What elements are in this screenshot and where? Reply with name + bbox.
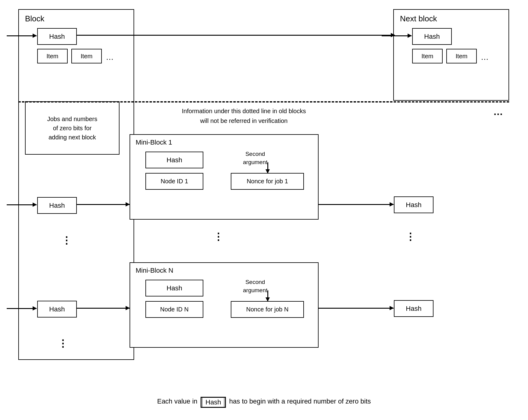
dots-left-bot: ⋮ (58, 339, 68, 348)
footer-text1: Each value in (157, 397, 197, 405)
dashed-line (18, 101, 509, 102)
nonce-n-box: Nonce for job N (231, 301, 304, 318)
hash-box-right-mid1: Hash (394, 196, 433, 213)
nonce-1-box: Nonce for job 1 (231, 173, 304, 190)
mini-block-1-label: Mini-Block 1 (136, 138, 172, 146)
hash-box-block-top: Hash (37, 28, 77, 45)
dots-right-top: … (493, 107, 503, 117)
hash-box-mbn: Hash (145, 280, 203, 296)
hash-box-block-mid: Hash (37, 197, 77, 214)
item-box-right-2: Item (446, 49, 477, 63)
info-text: Information under this dotted line in ol… (125, 106, 363, 126)
footer-hash-inner: Hash (202, 397, 224, 407)
jobs-text-box: Jobs and numbers of zero bits for adding… (25, 101, 120, 155)
arrow-to-mb1 (77, 204, 130, 205)
mini-block-n-label: Mini-Block N (136, 267, 173, 275)
item-box-2: Item (71, 49, 102, 63)
dots-center-mid: ⋮ (213, 232, 223, 242)
mini-block-1-container: Mini-Block 1 Hash Node ID 1 Nonce for jo… (130, 134, 319, 220)
dots-left-mid: ⋮ (62, 235, 71, 245)
item-box-right-1: Item (412, 49, 443, 63)
arrow-hash-mid-left (7, 204, 37, 205)
block-box-right: Next block Hash Item Item … (393, 9, 509, 101)
hash-box-block-bot: Hash (37, 301, 77, 318)
arrow-from-mbn-to-hash-right (318, 308, 394, 309)
footer-text2: has to begin with a required number of z… (229, 397, 371, 405)
arrow-from-mb1-to-hash-right (318, 204, 394, 205)
long-arrow-top (76, 35, 395, 36)
arrow-hash-bot-left (7, 308, 37, 309)
hash-box-right-bot: Hash (394, 300, 433, 317)
mini-block-n-container: Mini-Block N Hash Node ID N Nonce for jo… (130, 262, 319, 348)
arrow-down-nonce-1 (267, 162, 268, 173)
hash-box-right-top: Hash (412, 28, 452, 45)
block-box-left: Block Hash Item Item … Jobs and numbers … (18, 9, 134, 360)
node-id-1-box: Node ID 1 (145, 173, 203, 190)
node-id-n-box: Node ID N (145, 301, 203, 318)
arrow-to-mbn (77, 308, 130, 309)
ellipsis-top-left: … (106, 52, 114, 62)
footer-hash-outer: Hash (201, 397, 226, 408)
diagram: Block Hash Item Item … Jobs and numbers … (18, 9, 509, 400)
dots-right-mid: ⋮ (405, 232, 415, 242)
second-arg-n-label: Secondargument (243, 278, 267, 294)
next-block-label: Next block (400, 14, 437, 23)
footer: Each value in Hash has to begin with a r… (0, 397, 528, 408)
ellipsis-top-right: … (481, 52, 489, 62)
arrow-into-hash-left (7, 35, 37, 36)
second-arg-1-label: Secondargument (243, 150, 267, 166)
block-label: Block (25, 14, 45, 23)
hash-box-mb1: Hash (145, 152, 203, 168)
item-box-1: Item (37, 49, 68, 63)
arrow-down-nonce-n (267, 290, 268, 301)
